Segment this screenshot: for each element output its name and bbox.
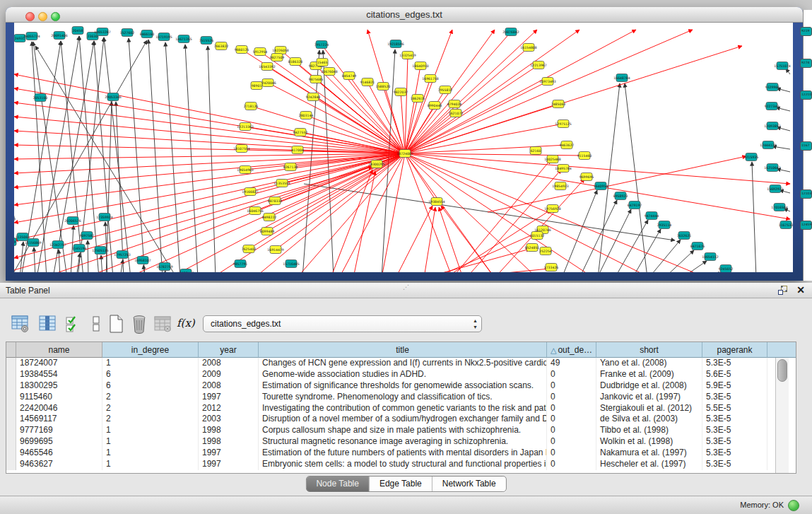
table-cell[interactable]: 5.3E-5: [702, 358, 767, 369]
graph-node[interactable]: 1588520: [376, 83, 391, 90]
graph-node[interactable]: 12213967: [530, 62, 546, 69]
graph-node[interactable]: 8878332: [268, 197, 283, 205]
table-cell[interactable]: 2: [102, 414, 199, 425]
graph-node[interactable]: 19166827: [242, 188, 258, 196]
graph-node[interactable]: 8990448: [428, 102, 442, 110]
table-cell[interactable]: 0: [547, 459, 596, 470]
table-cell[interactable]: Hescheler et al. (1997): [596, 459, 702, 470]
graph-node[interactable]: 16782759: [156, 263, 172, 271]
network-canvas[interactable]: 2493124055724206914062045823630106532871…: [14, 22, 793, 272]
table-cell[interactable]: Corpus callosum shape and size in male p…: [259, 425, 547, 436]
graph-node[interactable]: 17016504: [771, 204, 787, 211]
graph-node[interactable]: 7625402: [242, 245, 257, 253]
graph-node[interactable]: 6479197: [628, 201, 642, 209]
graph-node[interactable]: 39159: [14, 238, 16, 246]
graph-node[interactable]: 18724007: [396, 150, 413, 158]
graph-node[interactable]: 15751074: [774, 62, 790, 70]
graph-node[interactable]: 12923448: [177, 269, 194, 273]
graph-node[interactable]: 15692971: [767, 185, 783, 193]
graph-node[interactable]: 9474444: [645, 212, 659, 220]
graph-node[interactable]: 9274: [800, 59, 812, 68]
table-cell[interactable]: 0: [547, 448, 596, 459]
table-row[interactable]: 946554611997Estimation of the future num…: [6, 448, 796, 459]
table-cell[interactable]: Estimation of significance thresholds fo…: [259, 380, 547, 392]
graph-node[interactable]: 1015132: [530, 232, 545, 240]
graph-node[interactable]: 16958107: [134, 257, 151, 264]
table-cell[interactable]: Genome-wide association studies in ADHD.: [259, 369, 547, 380]
graph-node[interactable]: 16648784: [613, 74, 630, 82]
table-cell[interactable]: Jankovic et al. (1997): [596, 392, 702, 403]
graph-node[interactable]: 12210: [800, 90, 812, 100]
table-cell[interactable]: 1: [102, 358, 199, 369]
table-cell[interactable]: 1: [102, 425, 199, 436]
graph-node[interactable]: 6794024: [447, 100, 462, 108]
graph-node[interactable]: 12459: [800, 221, 812, 230]
graph-node[interactable]: 9242848: [306, 93, 321, 101]
table-cell[interactable]: 5.3E-5: [702, 436, 767, 448]
table-cell[interactable]: 2003: [199, 414, 259, 425]
table-cell[interactable]: 9777169: [16, 425, 102, 436]
column-header-year[interactable]: year: [199, 342, 259, 358]
table-row[interactable]: 1872400712008Changes of HCN gene express…: [6, 358, 796, 369]
graph-node[interactable]: 11156869: [25, 239, 41, 247]
graph-node[interactable]: 16210643: [764, 164, 780, 172]
graph-node[interactable]: 9329966: [765, 83, 780, 91]
graph-node[interactable]: 9875685: [309, 76, 324, 83]
graph-node[interactable]: 9827509: [270, 54, 285, 62]
table-cell[interactable]: 9463627: [16, 459, 102, 470]
graph-node[interactable]: 12093857: [764, 122, 780, 130]
table-cell[interactable]: 18300295: [16, 380, 102, 392]
graph-node[interactable]: 8471676: [690, 243, 705, 250]
table-cell[interactable]: 1997: [199, 392, 259, 403]
table-cell[interactable]: 0: [547, 436, 596, 448]
resize-grip-icon[interactable]: ⋰: [403, 284, 409, 291]
graph-node[interactable]: 18226058: [272, 47, 288, 54]
table-cell[interactable]: 0: [547, 425, 596, 436]
table-cell[interactable]: Wolkin et al. (1998): [596, 436, 702, 448]
graph-node[interactable]: 9699695: [579, 173, 594, 181]
table-cell[interactable]: 1: [102, 448, 199, 459]
table-cell[interactable]: 9465546: [16, 448, 102, 459]
graph-node[interactable]: 14671355: [175, 35, 192, 43]
table-cell[interactable]: 9699695: [16, 436, 102, 448]
graph-node[interactable]: 12444129: [760, 141, 776, 149]
graph-node[interactable]: 6099489: [260, 228, 275, 235]
table-cell[interactable]: 5.3E-5: [702, 448, 767, 459]
graph-node[interactable]: 24055724: [23, 33, 40, 40]
graph-node[interactable]: 8454749: [342, 72, 357, 80]
table-cell[interactable]: Stergiakouli et al. (2012): [596, 403, 702, 414]
table-cell[interactable]: Yano et al. (2008): [596, 358, 702, 369]
graph-node[interactable]: 20876842: [502, 28, 519, 36]
graph-node[interactable]: 19854923: [552, 182, 568, 190]
graph-node[interactable]: 9245652: [719, 265, 734, 273]
graph-node[interactable]: 1862615: [411, 95, 425, 103]
graph-node[interactable]: 7485063: [551, 100, 566, 108]
table-cell[interactable]: 2008: [199, 358, 259, 369]
graph-node[interactable]: 16046756: [247, 207, 263, 215]
graph-node[interactable]: 1145194: [72, 245, 87, 252]
table-cell[interactable]: 2: [102, 392, 199, 403]
graph-node[interactable]: 12505135: [92, 247, 108, 255]
table-cell[interactable]: 5.3E-5: [702, 414, 767, 425]
scrollbar-thumb[interactable]: [777, 359, 787, 382]
table-cell[interactable]: Tibbo et al. (1998): [596, 425, 702, 436]
graph-node[interactable]: 9146821: [360, 78, 375, 86]
table-cell[interactable]: 6: [102, 380, 199, 392]
graph-node[interactable]: 19756928: [544, 205, 560, 213]
graph-node[interactable]: 16961758: [422, 75, 438, 83]
table-cell[interactable]: Estimation of the future numbers of pati…: [259, 448, 547, 459]
table-cell[interactable]: 1997: [199, 459, 259, 470]
graph-node[interactable]: 12975125: [555, 120, 571, 128]
graph-node[interactable]: 9215935: [744, 153, 759, 161]
table-cell[interactable]: de Silva et al. (2003): [596, 414, 702, 425]
table-cell[interactable]: Disruption of a novel member of a sodium…: [259, 414, 547, 425]
graph-node[interactable]: 10719195: [155, 33, 172, 41]
table-cell[interactable]: 2: [102, 403, 199, 414]
background-window-edge[interactable]: 921992741221011671210312459: [803, 10, 812, 281]
graph-node[interactable]: 10025488: [544, 156, 560, 163]
table-cell[interactable]: Changes of HCN gene expression and I(f) …: [259, 358, 547, 369]
graph-node[interactable]: 20206576: [64, 217, 81, 225]
table-row[interactable]: 1456911722003Disruption of a novel membe…: [6, 414, 796, 425]
graph-node[interactable]: 9857791: [233, 260, 248, 268]
graph-node[interactable]: 7957224: [314, 41, 329, 49]
